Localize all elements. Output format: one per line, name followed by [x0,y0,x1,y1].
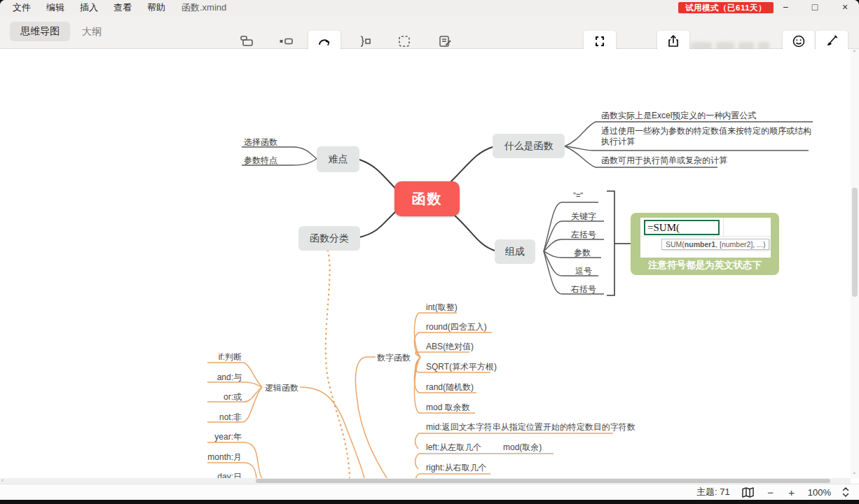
trial-mode-badge[interactable]: 试用模式（已611天） [678,2,774,13]
relationship-icon [308,34,341,49]
scroll-left-icon[interactable]: ‹ [1,477,4,484]
subtopic-text[interactable]: int(取整) [426,302,458,314]
formula-tooltip: SUM(number1, [number2], ...) [661,239,769,250]
menu-insert[interactable]: 插入 [72,1,106,14]
subtopic-text[interactable]: 左括号 [571,229,596,241]
document-filename: 函数.xmind [181,1,226,14]
vertical-scrollbar-thumb[interactable] [852,188,858,297]
subtopic-text[interactable]: mid:返回文本字符串从指定位置开始的特定数目的字符数 [426,421,635,433]
mindmap-canvas[interactable]: 函数 什么是函数 难点 组成 函数分类 函数实际上是Excel预定义的一种内置公… [0,49,859,478]
topic-function-category[interactable]: 函数分类 [298,226,360,251]
subtopic-text[interactable]: ABS(绝对值) [426,341,474,353]
main-toolbar: 思维导图 大纲 主题 子主题 联系 [0,15,859,49]
topic-what-is-function[interactable]: 什么是函数 [493,134,565,158]
gridline [723,218,724,236]
topic-center[interactable]: 函数 [394,181,460,216]
subtopic-text[interactable]: 逗号 [575,265,592,277]
notes-icon [429,34,461,49]
subtopic-text[interactable]: if:判断 [200,351,242,363]
maximize-button[interactable]: □ [804,0,825,15]
subtopic-text[interactable]: 通过使用一些称为参数的特定数值来按特定的顺序或结构执行计算 [601,126,811,147]
topic-difficulty[interactable]: 难点 [317,146,359,172]
subtopic-text[interactable]: 右括号 [571,284,596,295]
tab-mindmap[interactable]: 思维导图 [10,22,70,41]
menu-help[interactable]: 帮助 [139,1,173,14]
subtopic-text[interactable]: 参数特点 [244,155,277,167]
gridline [640,236,771,237]
note-attachment-node[interactable]: =SUM( SUM(number1, [number2], ...) 注意符号都… [631,213,779,275]
format-brush-icon [816,34,848,49]
subtopic-text[interactable]: or:或 [200,391,242,403]
menu-edit[interactable]: 编辑 [39,1,72,14]
subtopic-text[interactable]: year:年 [200,431,242,443]
subtopic-text[interactable]: 参数 [574,247,591,259]
menu-view[interactable]: 查看 [106,1,139,14]
formula-text: =SUM( [647,222,680,234]
menu-file[interactable]: 文件 [5,1,39,14]
status-bar: 主题: 71 − + 100% [0,484,859,500]
subtopic-text[interactable]: 关键字 [571,211,596,223]
subtopic-text[interactable]: rand(随机数) [426,382,474,393]
subtopic-text[interactable]: round(四舍五入) [426,321,487,333]
subtopic-text[interactable]: and:与 [200,372,242,384]
subtopic-text[interactable]: "=" [573,191,583,200]
share-icon [657,34,689,49]
subtopic-text[interactable]: mod 取余数 [426,402,470,414]
zoom-in-button[interactable]: + [787,486,797,498]
subtopic-text[interactable]: month:月 [195,451,242,463]
subtopic-text[interactable]: left:从左取几个 [426,442,481,454]
horizontal-scrollbar[interactable]: ‹ [0,478,851,484]
zen-mode-icon [584,34,616,49]
tab-outline[interactable]: 大纲 [82,26,102,38]
subtopic-text[interactable]: 选择函数 [244,136,277,148]
subtopic-text[interactable]: right:从右取几个 [426,462,487,474]
horizontal-scrollbar-thumb[interactable] [256,479,830,483]
topic-number-functions[interactable]: 数字函数 [377,352,411,364]
floating-topic-text[interactable]: mod(取余) [503,442,542,454]
subtopic-text[interactable]: 函数可用于执行简单或复杂的计算 [601,155,727,167]
summary-icon [348,34,380,49]
zoom-level[interactable]: 100% [808,487,831,498]
minimize-button[interactable]: − [775,0,796,15]
topic-logic-functions[interactable]: 逻辑函数 [265,382,298,394]
excel-screenshot: =SUM( SUM(number1, [number2], ...) [640,218,771,258]
subtopic-text[interactable]: SQRT(算术平方根) [426,361,497,373]
emoji-marker-icon [783,34,815,49]
zoom-out-button[interactable]: − [766,486,776,498]
scroll-down-icon[interactable]: ⌄ [852,469,857,475]
map-overview-icon[interactable] [741,486,755,498]
scroll-up-icon[interactable]: ⌃ [852,50,857,56]
topic-count: 主题: 71 [696,486,730,498]
subtopic-icon [270,34,302,49]
note-caption: 注意符号都是为英文状态下 [631,259,779,272]
topic-icon [231,34,263,49]
subtopic-text[interactable]: day:日 [200,471,242,478]
title-bar: 文件 编辑 插入 查看 帮助 函数.xmind 试用模式（已611天） − □ … [0,0,859,15]
boundary-icon [388,34,420,49]
subtopic-text[interactable]: not:非 [200,412,242,424]
topic-composition[interactable]: 组成 [495,239,535,264]
zoom-stepper-icon[interactable] [842,486,849,498]
subtopic-text[interactable]: 函数实际上是Excel预定义的一种内置公式 [601,110,756,122]
vertical-scrollbar[interactable]: ⌃ ⌄ [851,49,859,478]
close-button[interactable]: × [834,0,855,15]
app-window: 文件 编辑 插入 查看 帮助 函数.xmind 试用模式（已611天） − □ … [0,0,859,500]
